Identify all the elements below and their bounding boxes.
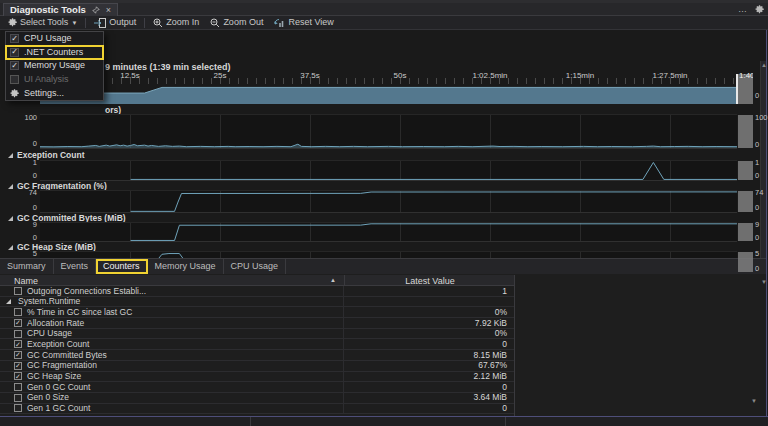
menu-item-settings[interactable]: Settings...	[6, 86, 103, 100]
collapse-icon[interactable]	[8, 245, 13, 250]
exception-count-chart[interactable]	[40, 160, 737, 181]
axis-label: 5	[755, 250, 767, 258]
menu-item-label: UI Analysis	[24, 75, 69, 84]
menu-item-cpu-usage[interactable]: CPU Usage	[6, 32, 103, 46]
counter-row[interactable]: Allocation Rate7.92 KiB	[0, 318, 514, 329]
counter-row[interactable]: Gen 0 GC Count0	[0, 382, 514, 393]
counter-name: Gen 0 GC Count	[27, 383, 90, 392]
diagnostic-tools-tab[interactable]: Diagnostic Tools ×	[3, 3, 118, 16]
collapse-icon[interactable]	[8, 184, 13, 189]
counter-checkbox-unchecked[interactable]	[14, 404, 22, 412]
counter-checkbox-checked[interactable]	[14, 319, 22, 327]
scroll-down-icon[interactable]: ▼	[751, 398, 757, 404]
counter-checkbox-unchecked[interactable]	[14, 308, 22, 316]
axis-label: 0	[755, 204, 767, 212]
select-tools-button[interactable]: Select Tools ▼	[5, 17, 80, 28]
timeline-tick: 1:27.5min	[652, 72, 687, 80]
column-header-latest-value[interactable]: Latest Value	[345, 277, 515, 286]
axis-label: 0	[755, 234, 767, 242]
timeline-selection-band[interactable]	[40, 84, 737, 104]
counter-name: % Time in GC since last GC	[27, 308, 132, 317]
cpu-axis-max: 100	[7, 114, 37, 122]
column-header-name[interactable]: Name	[14, 277, 38, 286]
counter-checkbox-checked[interactable]	[14, 362, 22, 370]
tab-memory-usage[interactable]: Memory Usage	[148, 259, 224, 274]
tab-label: Summary	[7, 262, 46, 271]
close-icon[interactable]: ×	[106, 6, 111, 15]
gutter-thumb[interactable]	[738, 252, 753, 272]
counter-checkbox-checked[interactable]	[14, 340, 22, 348]
axis-label: 74	[755, 189, 767, 197]
counter-name: Outgoing Connections Establi...	[27, 287, 146, 296]
zoom-in-button[interactable]: Zoom In	[150, 17, 202, 29]
scroll-down-icon[interactable]: ▼	[761, 279, 767, 285]
counter-latest-value: 7.92 KiB	[344, 319, 514, 328]
scroll-up-icon[interactable]: ▲	[761, 62, 767, 68]
menu-item-label: .NET Counters	[24, 48, 83, 57]
counter-name: Allocation Rate	[27, 319, 84, 328]
counter-row[interactable]: Exception Count0	[0, 339, 514, 350]
gear-icon	[8, 18, 17, 27]
counter-latest-value: 2.12 MiB	[344, 372, 514, 381]
band-right-label: 0	[755, 92, 767, 100]
sort-ascending-icon[interactable]: ▲	[330, 277, 336, 283]
axis-label: 0	[7, 172, 37, 180]
counter-latest-value: 0%	[344, 308, 514, 317]
zoom-out-button[interactable]: Zoom Out	[207, 17, 266, 29]
counter-checkbox-unchecked[interactable]	[14, 394, 22, 402]
counter-checkbox-unchecked[interactable]	[14, 330, 22, 338]
tab-counters[interactable]: Counters	[96, 259, 148, 274]
counter-row[interactable]: Outgoing Connections Establi...1	[0, 286, 514, 297]
gc-committed-bytes-chart[interactable]	[40, 222, 737, 242]
section-title: Exception Count	[17, 151, 85, 160]
counter-checkbox-checked[interactable]	[14, 351, 22, 359]
counter-row[interactable]: Gen 1 GC Count0	[0, 404, 514, 415]
select-tools-menu: CPU Usage .NET Counters Memory Usage UI …	[5, 31, 104, 101]
counter-latest-value: 0%	[344, 329, 514, 338]
gutter-thumb[interactable]	[738, 223, 753, 241]
gear-icon[interactable]	[755, 5, 764, 14]
counter-row[interactable]: CPU Usage0%	[0, 329, 514, 340]
page-title: Diagnostic Tools	[10, 5, 86, 15]
counter-name: GC Heap Size	[27, 372, 81, 381]
gutter-thumb[interactable]	[738, 161, 753, 180]
counter-checkbox-unchecked[interactable]	[14, 383, 22, 391]
menu-item-label: Settings...	[24, 89, 64, 98]
counter-row[interactable]: GC Committed Bytes8.15 MiB	[0, 350, 514, 361]
axis-label: 5	[7, 250, 37, 258]
diagnostic-tools-window: Diagnostic Tools × … Select Tools ▼ Outp…	[0, 0, 768, 426]
exception-count-section-header[interactable]: Exception Count	[8, 151, 85, 159]
collapse-icon[interactable]	[8, 216, 13, 221]
expand-icon[interactable]	[6, 299, 11, 304]
menu-item-dotnet-counters[interactable]: .NET Counters	[6, 46, 103, 60]
gutter-thumb[interactable]	[738, 191, 753, 212]
cpu-usage-chart[interactable]	[40, 114, 737, 149]
checkbox-icon	[10, 61, 19, 70]
more-options-icon[interactable]: …	[738, 5, 747, 14]
cpu-section-header[interactable]: ors)	[105, 106, 121, 114]
counter-row[interactable]: % Time in GC since last GC0%	[0, 307, 514, 318]
counter-row[interactable]: GC Heap Size2.12 MiB	[0, 372, 514, 383]
counter-checkbox-checked[interactable]	[14, 372, 22, 380]
tab-cpu-usage[interactable]: CPU Usage	[224, 259, 287, 274]
menu-item-memory-usage[interactable]: Memory Usage	[6, 59, 103, 73]
pin-icon[interactable]	[92, 6, 100, 14]
reset-view-icon	[274, 18, 285, 28]
axis-label: 1	[7, 159, 37, 167]
output-button[interactable]: Output	[91, 17, 139, 29]
timeline-tick: 37.5s	[300, 72, 320, 80]
timeline-tick: 1:40	[739, 72, 753, 80]
selection-edge-handle[interactable]	[736, 74, 738, 104]
counter-checkbox-unchecked[interactable]	[14, 287, 22, 295]
reset-view-button[interactable]: Reset View	[271, 17, 336, 29]
counter-row[interactable]: GC Fragmentation67.67%	[0, 361, 514, 372]
counter-group-row[interactable]: System.Runtime	[0, 297, 514, 308]
tab-events[interactable]: Events	[54, 259, 97, 274]
counter-row[interactable]: Gen 0 Size3.64 MiB	[0, 393, 514, 404]
counter-latest-value: 67.67%	[344, 361, 514, 370]
axis-label: 9	[755, 221, 767, 229]
collapse-icon[interactable]	[8, 153, 13, 158]
tab-summary[interactable]: Summary	[0, 259, 54, 274]
gc-fragmentation-chart[interactable]	[40, 190, 737, 213]
cpu-gutter-thumb[interactable]	[738, 115, 753, 148]
